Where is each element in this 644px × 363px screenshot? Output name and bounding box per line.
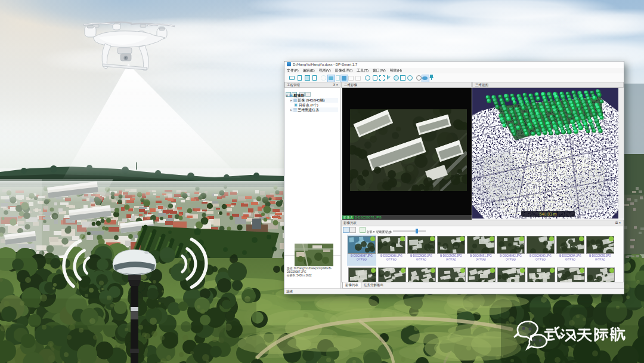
svg-text:540.83 m: 540.83 m [539,212,556,216]
